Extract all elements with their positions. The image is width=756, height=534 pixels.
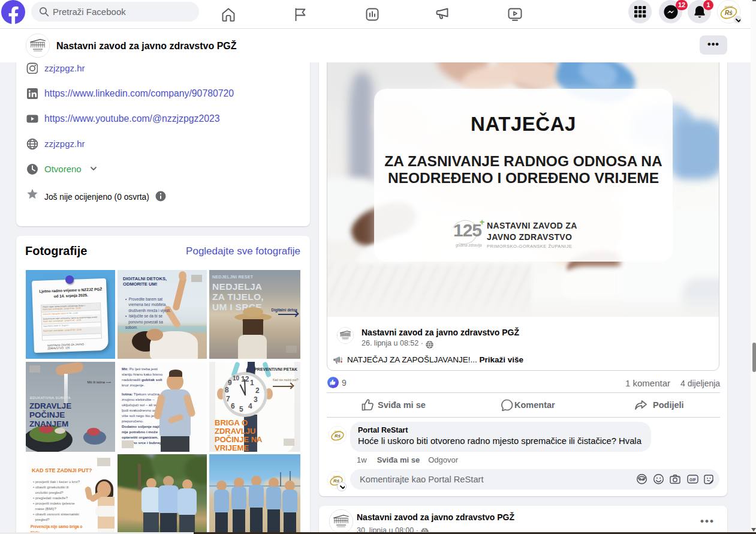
svg-text:portal: portal [725,5,733,8]
svg-text:Rṡ: Rṡ [725,10,733,16]
svg-text:portal: portal [333,475,340,478]
svg-text:Rṡ: Rṡ [335,433,341,439]
svg-text:portal: portal [335,430,341,433]
svg-text:GIF: GIF [689,478,696,482]
